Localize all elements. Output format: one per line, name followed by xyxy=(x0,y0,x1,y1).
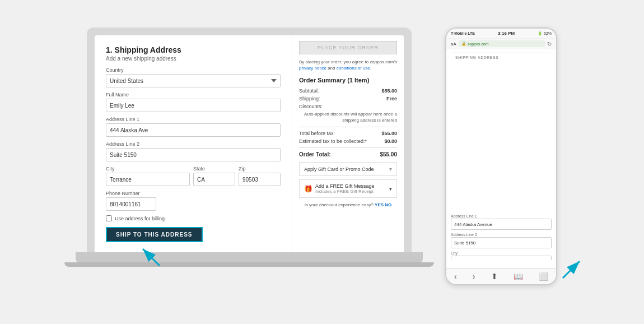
laptop-device: 1. Shipping Address Add a new shipping a… xyxy=(76,27,423,297)
laptop-screen-outer: 1. Shipping Address Add a new shipping a… xyxy=(87,27,412,252)
shipping-panel: 1. Shipping Address Add a new shipping a… xyxy=(95,35,292,252)
promo-section[interactable]: Apply Gift Card or Promo Code ▾ xyxy=(299,162,397,176)
order-notice: By placing your order, you agree to zapp… xyxy=(299,59,397,71)
order-panel: PLACE YOUR ORDER By placing your order, … xyxy=(292,35,404,252)
phone-address1-input[interactable] xyxy=(451,219,552,230)
zip-label: Zip xyxy=(239,166,281,172)
gift-section[interactable]: 🎁 Add a FREE Gift Message Includes a FRE… xyxy=(299,179,397,198)
gift-chevron-icon: ▾ xyxy=(389,186,392,192)
gift-icon: 🎁 xyxy=(304,185,312,193)
place-order-button[interactable]: PLACE YOUR ORDER xyxy=(299,41,397,54)
yes-link[interactable]: YES xyxy=(375,202,384,207)
phone-nav-bar: ‹ › ⬆ 📖 ⬜ xyxy=(446,268,556,284)
phone-browser-bar: aA 🔒 zappos.com ↻ xyxy=(446,39,556,49)
city-input[interactable] xyxy=(106,173,190,186)
phone-city-label: City xyxy=(451,251,552,255)
order-summary-title: Order Summary (1 Item) xyxy=(299,77,397,84)
phone-section-title: SHIPPING ADDRESS xyxy=(451,53,552,212)
order-total-row: Order Total: $55.00 xyxy=(299,151,397,158)
subtotal-value: $55.00 xyxy=(381,88,397,94)
order-total-label: Order Total: xyxy=(299,151,330,158)
reload-icon[interactable]: ↻ xyxy=(547,41,552,47)
zip-group: Zip xyxy=(239,166,281,186)
phone-address1-group: Address Line 1 xyxy=(451,214,552,230)
address2-group: Address Line 2 xyxy=(106,141,281,161)
shipping-value: Free xyxy=(386,96,397,101)
shipping-label: Shipping: xyxy=(299,96,320,101)
phone-content: SHIPPING ADDRESS Address Line 1 Address … xyxy=(446,49,556,260)
forward-icon[interactable]: › xyxy=(473,272,475,281)
estimated-tax-row: Estimated tax to be collected:* $0.00 xyxy=(299,138,397,144)
city-state-zip-row: City State Zip xyxy=(106,166,281,191)
fullname-label: Full Name xyxy=(106,92,281,98)
phone-device: T-Mobile LTE 3:16 PM 🔋 62% aA 🔒 zappos.c… xyxy=(445,27,557,285)
city-label: City xyxy=(106,166,190,172)
chevron-down-icon: ▾ xyxy=(389,166,392,172)
lock-icon: 🔒 xyxy=(461,41,466,46)
phone-address2-input[interactable] xyxy=(451,237,552,248)
no-link[interactable]: NO xyxy=(385,202,391,207)
fullname-group: Full Name xyxy=(106,92,281,112)
phone-city-input[interactable] xyxy=(451,256,552,260)
address2-input[interactable] xyxy=(106,148,281,161)
state-input[interactable] xyxy=(193,173,235,186)
bookmarks-icon[interactable]: 📖 xyxy=(514,272,523,281)
country-label: Country xyxy=(106,67,281,73)
zip-input[interactable] xyxy=(239,173,281,186)
phone-city-group: City xyxy=(451,251,552,260)
gift-sub: Includes a FREE Gift Receipt xyxy=(315,189,375,194)
discounts-row: Discounts: xyxy=(299,104,397,109)
gift-left: 🎁 Add a FREE Gift Message Includes a FRE… xyxy=(304,183,375,194)
share-icon[interactable]: ⬆ xyxy=(491,272,498,281)
country-group: Country United States xyxy=(106,67,281,87)
time-label: 3:16 PM xyxy=(498,31,515,36)
privacy-link[interactable]: privacy notice xyxy=(299,66,326,71)
shipping-subtitle: Add a new shipping address xyxy=(106,55,281,62)
billing-checkbox-group: Use address for billing xyxy=(106,215,281,221)
address1-group: Address Line 1 xyxy=(106,117,281,137)
phone-input[interactable] xyxy=(106,197,156,211)
font-size-control[interactable]: aA xyxy=(451,41,456,47)
carrier-label: T-Mobile LTE xyxy=(451,31,475,35)
phone-address2-label: Address Line 2 xyxy=(451,233,552,237)
conditions-link[interactable]: conditions of use xyxy=(337,66,370,71)
divider2 xyxy=(299,147,397,148)
address1-input[interactable] xyxy=(106,123,281,137)
state-group: State xyxy=(193,166,235,186)
phone-ship-button-arrow xyxy=(560,253,588,281)
phone-device-wrapper: T-Mobile LTE 3:16 PM 🔋 62% aA 🔒 zappos.c… xyxy=(445,27,568,297)
tabs-icon[interactable]: ⬜ xyxy=(539,272,548,281)
fullname-input[interactable] xyxy=(106,99,281,112)
phone-label: Phone Number xyxy=(106,191,281,196)
svg-line-3 xyxy=(563,261,580,278)
estimated-value: $0.00 xyxy=(384,138,397,144)
billing-checkbox[interactable] xyxy=(106,215,112,221)
shipping-title: 1. Shipping Address xyxy=(106,45,281,54)
back-icon[interactable]: ‹ xyxy=(454,272,457,281)
address2-label: Address Line 2 xyxy=(106,141,281,147)
battery-icon: 🔋 xyxy=(538,31,543,36)
tax-row: Total before tax: $55.00 xyxy=(299,131,397,136)
phone-status-bar: T-Mobile LTE 3:16 PM 🔋 62% xyxy=(446,29,556,39)
ship-button-arrow xyxy=(132,235,165,269)
gift-label: Add a FREE Gift Message xyxy=(315,183,375,189)
shipping-row: Shipping: Free xyxy=(299,96,397,101)
divider xyxy=(299,127,397,127)
subtotal-row: Subtotal: $55.00 xyxy=(299,88,397,94)
state-label: State xyxy=(193,166,235,172)
city-group: City xyxy=(106,166,190,186)
tax-value: $55.00 xyxy=(381,131,397,136)
phone-group: Phone Number xyxy=(106,191,281,211)
order-total-value: $55.00 xyxy=(380,151,397,158)
battery-label: 🔋 62% xyxy=(538,31,552,36)
billing-checkbox-label: Use address for billing xyxy=(115,216,165,221)
country-select[interactable]: United States xyxy=(106,74,281,87)
laptop-base xyxy=(76,252,423,262)
discounts-note: Auto-applied discounts will appear here … xyxy=(299,112,397,123)
tax-label: Total before tax: xyxy=(299,131,335,136)
svg-line-1 xyxy=(143,249,160,266)
url-bar[interactable]: 🔒 zappos.com xyxy=(459,40,545,47)
address1-label: Address Line 1 xyxy=(106,117,281,122)
subtotal-label: Subtotal: xyxy=(299,88,319,94)
laptop-base-bottom xyxy=(64,262,434,267)
